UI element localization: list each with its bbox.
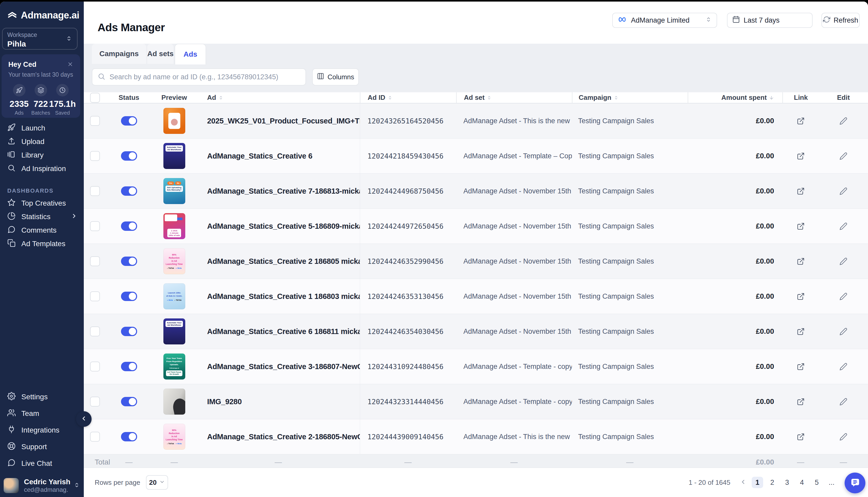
sidebar-item-integrations[interactable]: Integrations [0,422,84,439]
sidebar-item-upload[interactable]: Upload [0,135,84,148]
sidebar-collapse-button[interactable] [76,411,92,427]
ad-preview-thumbnail[interactable] [163,108,185,134]
page-button-2[interactable]: 2 [767,477,778,488]
row-checkbox[interactable] [90,151,100,161]
campaign-name: Testing Campaign Sales [578,293,654,300]
row-checkbox[interactable] [90,256,100,266]
ad-preview-thumbnail[interactable]: 90%Reductionin AdLaunching Time♪ TikTok∞… [163,248,185,274]
edit-ad-button[interactable] [839,398,848,406]
rows-per-page-select[interactable]: 20 [146,475,168,490]
sidebar-item-live-chat[interactable]: Live Chat [0,455,84,472]
ad-preview-thumbnail[interactable]: Automate YourAd Workflows [163,318,185,344]
ad-id-cell: 120244323314440456 [360,384,456,419]
edit-ad-button[interactable] [839,327,848,336]
row-checkbox[interactable] [90,221,100,231]
status-toggle[interactable] [121,362,137,371]
campaign-cell: Testing Campaign Sales [572,384,688,419]
sort-desc-icon [769,95,774,100]
ad-preview-thumbnail[interactable]: 1 click1 minute100s of ads [163,213,185,239]
status-toggle[interactable] [121,432,137,441]
row-checkbox[interactable] [90,292,100,301]
row-checkbox[interactable] [90,361,100,371]
sidebar-item-support[interactable]: Support [0,439,84,455]
row-checkbox[interactable] [90,326,100,336]
date-range-picker[interactable]: Last 7 days [727,13,813,28]
select-all-checkbox[interactable] [90,93,100,103]
sidebar-item-library[interactable]: Library [0,148,84,162]
refresh-button[interactable]: Refresh [822,13,860,28]
table-header-ad_id[interactable]: Ad ID [360,92,456,103]
close-icon[interactable] [67,61,73,68]
edit-ad-button[interactable] [839,152,848,160]
status-toggle[interactable] [121,327,137,336]
page-button-4[interactable]: 4 [796,477,808,488]
edit-ad-button[interactable] [839,187,848,195]
open-ad-link-button[interactable] [797,398,805,406]
columns-button[interactable]: Columns [312,68,359,86]
ad-preview-thumbnail[interactable]: Automate YourAd Workflows [163,143,185,169]
table-header-campaign[interactable]: Campaign [572,92,688,103]
tab-ad-sets[interactable]: Ad sets [147,44,174,64]
status-toggle[interactable] [121,116,137,126]
plug-icon [7,425,16,436]
status-toggle[interactable] [121,222,137,231]
ad-preview-thumbnail[interactable]: Free Your TeamFrom RepetitiveUploads.Adm… [163,354,185,380]
table-header-amount[interactable]: Amount spent [688,92,782,103]
page-button-3[interactable]: 3 [781,477,793,488]
row-checkbox[interactable] [90,116,100,126]
open-ad-link-button[interactable] [797,117,805,125]
page-button-1[interactable]: 1 [752,477,763,488]
sidebar-item-top-creatives[interactable]: Top Creatives [0,197,84,210]
table-header-ad[interactable]: Ad [197,92,360,103]
table-header-ad_set[interactable]: Ad set [456,92,572,103]
open-ad-link-button[interactable] [797,187,805,195]
row-checkbox[interactable] [90,397,100,407]
live-chat-fab[interactable] [844,472,865,493]
open-ad-link-button[interactable] [797,222,805,230]
ad-set-cell: AdManage Adset - This is the new a [456,103,572,138]
edit-ad-button[interactable] [839,293,848,300]
tab-ads[interactable]: Ads [175,44,206,65]
status-toggle[interactable] [121,186,137,196]
row-checkbox[interactable] [90,432,100,442]
sidebar-item-settings[interactable]: Settings [0,388,84,405]
ad-set-cell: AdManage Adset - November 15th - [456,209,572,244]
edit-ad-button[interactable] [839,363,848,371]
open-ad-link-button[interactable] [797,257,805,265]
status-toggle[interactable] [121,151,137,161]
open-ad-link-button[interactable] [797,433,805,441]
workspace-selector[interactable]: Workspace Pihla [2,28,78,49]
sidebar-item-comments[interactable]: Comments [0,224,84,237]
star-icon [7,198,16,209]
sidebar-item-launch[interactable]: Launch [0,122,84,135]
ad-preview-thumbnail[interactable]: 90%Reductionin AdLaunching Time♪ TikTok∞… [163,424,185,450]
open-ad-link-button[interactable] [797,152,805,160]
ad-account-selector[interactable]: AdManage Limited [612,13,717,28]
sidebar-item-ad-inspiration[interactable]: Ad Inspiration [0,162,84,175]
sidebar-item-team[interactable]: Team [0,405,84,422]
status-toggle[interactable] [121,397,137,406]
tab-campaigns[interactable]: Campaigns [92,44,146,64]
open-ad-link-button[interactable] [797,293,805,300]
ad-preview-thumbnail[interactable]: YesNoStill UploadingAds Manually? [163,178,185,204]
status-toggle[interactable] [121,257,137,266]
ad-preview-thumbnail[interactable] [163,388,185,415]
open-ad-link-button[interactable] [797,327,805,336]
user-menu[interactable]: Cedric Yarish ced@admanag... [4,478,80,493]
brand-logo[interactable]: Admanage.ai [7,9,79,21]
row-checkbox[interactable] [90,186,100,196]
edit-ad-button[interactable] [839,117,848,125]
table-header-check[interactable] [84,92,106,103]
edit-ad-button[interactable] [839,222,848,230]
ad-preview-thumbnail[interactable]: Launch 100sof Ads in <1min.∞ Meta♪ TikTo… [163,283,185,309]
page-button-5[interactable]: 5 [811,477,823,488]
dashboards-nav: Top CreativesStatisticsCommentsAd Templa… [0,197,84,251]
search-input[interactable] [109,73,300,81]
edit-ad-button[interactable] [839,257,848,265]
previous-page-button[interactable] [738,479,748,486]
status-toggle[interactable] [121,292,137,301]
sidebar-item-ad-templates[interactable]: Ad Templates [0,237,84,251]
sidebar-item-statistics[interactable]: Statistics [0,210,84,224]
open-ad-link-button[interactable] [797,363,805,371]
edit-ad-button[interactable] [839,433,848,441]
